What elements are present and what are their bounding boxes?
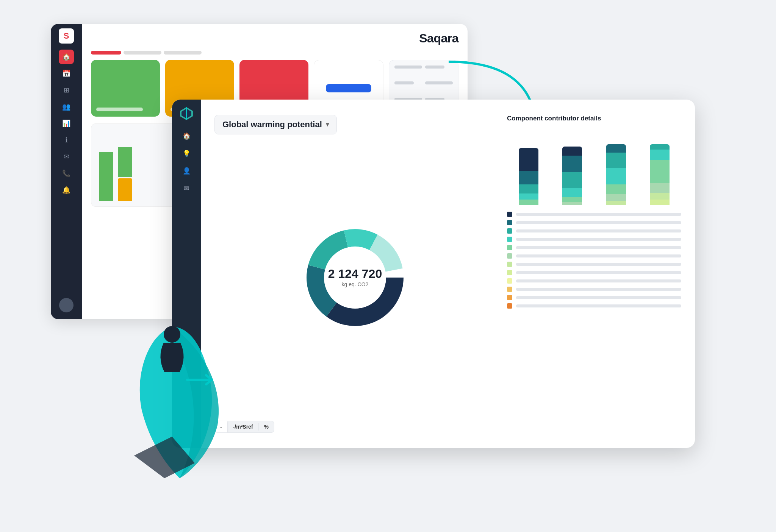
dropdown-row: Global warming potential ▾ <box>214 115 496 134</box>
brand-title: Saqara <box>419 31 458 45</box>
stacked-bar-3 <box>606 144 626 205</box>
front-sidebar-bulb[interactable]: 💡 <box>179 147 194 161</box>
tab-2[interactable] <box>124 51 161 55</box>
bar-g1-green <box>99 152 113 201</box>
unit-btn-dash[interactable]: - <box>215 421 227 432</box>
legend-list <box>507 212 681 309</box>
tabs-row <box>91 51 458 55</box>
bar-col-1 <box>508 148 549 205</box>
metric-card-green[interactable] <box>91 60 160 117</box>
seg-1-5 <box>519 200 538 205</box>
dropdown-chevron-icon: ▾ <box>326 121 329 128</box>
seg-1-2 <box>519 171 538 184</box>
unit-toggle: - -/m²Sref % <box>214 421 274 433</box>
seg-2-2 <box>562 156 582 172</box>
bar-g2-orange <box>118 178 132 201</box>
legend-item-10 <box>507 287 681 292</box>
unit-btn-pct[interactable]: % <box>259 421 274 432</box>
legend-item-4 <box>507 237 681 242</box>
seg-2-3 <box>562 172 582 188</box>
tab-3[interactable] <box>164 51 202 55</box>
seg-4-4 <box>650 183 670 193</box>
legend-dot-5 <box>507 245 512 250</box>
legend-item-6 <box>507 253 681 259</box>
seg-1-1 <box>519 148 538 171</box>
sidebar-item-grid[interactable]: ⊞ <box>59 83 74 97</box>
legend-dot-10 <box>507 287 512 292</box>
bar-g2-green <box>118 147 132 177</box>
unit-btn-m2[interactable]: -/m²Sref <box>228 421 258 432</box>
legend-line-3 <box>516 229 681 232</box>
front-sidebar-user[interactable]: 👤 <box>179 164 194 178</box>
seg-2-4 <box>562 188 582 197</box>
bar-group-2 <box>118 147 132 201</box>
front-sidebar-mail[interactable]: ✉ <box>179 181 194 196</box>
seg-4-3 <box>650 160 670 183</box>
sidebar-item-info[interactable]: ℹ <box>59 133 74 147</box>
legend-line-6 <box>516 254 681 257</box>
stacked-bar-2 <box>562 147 582 205</box>
legend-line-7 <box>516 263 681 266</box>
bar-col-4 <box>640 144 680 205</box>
legend-item-1 <box>507 212 681 217</box>
legend-line-12 <box>516 304 681 307</box>
seg-2-5 <box>562 197 582 202</box>
legend-dot-1 <box>507 212 512 217</box>
sidebar-item-messages[interactable]: ✉ <box>59 150 74 164</box>
donut-chart-container: 2 124 720 kg eq. CO2 <box>214 144 496 412</box>
seg-4-2 <box>650 150 670 160</box>
sidebar-item-home[interactable]: 🏠 <box>59 50 74 64</box>
front-sidebar-home[interactable]: 🏠 <box>179 129 194 144</box>
legend-item-8 <box>507 270 681 275</box>
tab-1[interactable] <box>91 51 121 55</box>
front-sidebar-logo <box>178 106 194 122</box>
bar-group-1 <box>99 152 113 201</box>
sidebar-item-calendar[interactable]: 📅 <box>59 66 74 81</box>
front-sidebar: 🏠 💡 👤 ✉ <box>172 100 201 448</box>
seg-2-6 <box>562 202 582 205</box>
front-main-content: Global warming potential ▾ <box>201 100 695 448</box>
sidebar-item-bell[interactable]: 🔔 <box>59 183 74 197</box>
legend-line-11 <box>516 296 681 299</box>
back-sidebar-logo: S <box>59 28 74 44</box>
sidebar-item-analytics[interactable]: 📊 <box>59 116 74 131</box>
seg-3-6 <box>606 201 626 205</box>
donut-center-bg <box>325 248 385 307</box>
sidebar-item-phone[interactable]: 📞 <box>59 166 74 181</box>
stacked-bar-chart <box>507 129 681 205</box>
legend-item-3 <box>507 228 681 234</box>
back-sidebar: S 🏠 📅 ⊞ 👥 📊 ℹ ✉ 📞 🔔 <box>51 24 82 319</box>
seg-4-5 <box>650 193 670 200</box>
metric-card-blue-bar <box>326 84 371 92</box>
brand-bar: Saqara <box>91 31 458 45</box>
metric-card-green-label <box>96 108 143 111</box>
front-card: 🏠 💡 👤 ✉ Global warming potential ▾ <box>172 100 695 448</box>
legend-item-2 <box>507 220 681 225</box>
seg-3-1 <box>606 144 626 153</box>
seg-3-5 <box>606 194 626 201</box>
legend-dot-6 <box>507 253 512 259</box>
text-line-2 <box>425 66 444 69</box>
legend-item-7 <box>507 262 681 267</box>
seg-3-2 <box>606 153 626 168</box>
legend-dot-4 <box>507 237 512 242</box>
stacked-bar-1 <box>519 148 538 205</box>
legend-line-4 <box>516 238 681 241</box>
seg-3-3 <box>606 168 626 184</box>
gwp-dropdown[interactable]: Global warming potential ▾ <box>214 115 337 134</box>
gwp-dropdown-label: Global warming potential <box>222 120 322 129</box>
bar-col-3 <box>596 144 636 205</box>
sidebar-avatar[interactable] <box>59 298 74 312</box>
scene: S 🏠 📅 ⊞ 👥 📊 ℹ ✉ 📞 🔔 Saqara <box>28 24 748 509</box>
legend-item-12 <box>507 303 681 309</box>
text-line-3 <box>394 81 414 84</box>
legend-line-2 <box>516 221 681 224</box>
seg-1-4 <box>519 193 538 200</box>
seg-1-3 <box>519 184 538 193</box>
text-line-1 <box>394 66 422 69</box>
legend-dot-2 <box>507 220 512 225</box>
legend-line-1 <box>516 213 681 216</box>
legend-line-8 <box>516 271 681 274</box>
legend-dot-12 <box>507 303 512 309</box>
sidebar-item-users[interactable]: 👥 <box>59 100 74 114</box>
